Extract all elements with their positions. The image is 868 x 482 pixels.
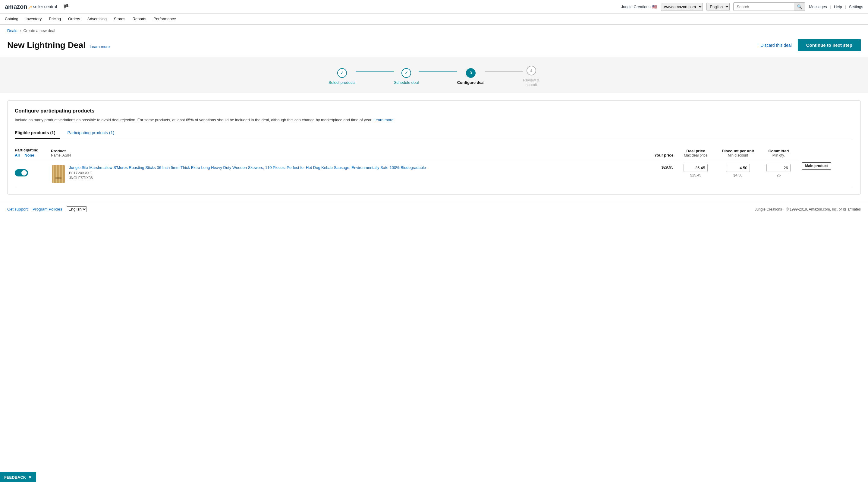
- table-row: Jungle Stix Marshmallow S'Mores Roasting…: [15, 160, 853, 187]
- main-content: Configure participating products Include…: [0, 93, 868, 202]
- nav-pricing[interactable]: Pricing: [49, 17, 61, 21]
- td-your-price: $29.95: [646, 160, 676, 187]
- th-your-price: Your price: [646, 145, 676, 160]
- svg-rect-0: [52, 165, 65, 183]
- nav-advertising[interactable]: Advertising: [87, 17, 107, 21]
- step-2-label: Schedule deal: [394, 80, 418, 85]
- th-participating-label: Participating: [15, 148, 49, 152]
- table-header-row: Participating All None Product Name, ASI…: [15, 145, 853, 160]
- header-search-bar[interactable]: 🔍: [733, 2, 805, 11]
- breadcrumb-current: Create a new deal: [24, 28, 56, 33]
- your-price-value: $29.95: [661, 165, 674, 170]
- logo-amazon: amazon: [5, 3, 27, 10]
- step-3-circle: 3: [466, 68, 475, 78]
- stepper-container: ✓ Select products ✓ Schedule deal 3 Conf…: [0, 57, 868, 93]
- messages-link[interactable]: Messages: [809, 4, 827, 9]
- td-deal-price: $25.45: [676, 160, 718, 187]
- step-4: 4 Review &submit: [523, 66, 539, 87]
- td-badge: Main product: [799, 160, 853, 187]
- page-title-section: New Lightning Deal Learn more: [7, 40, 110, 50]
- th-deal-price: Deal price Max deal price: [676, 145, 718, 160]
- page-learn-more[interactable]: Learn more: [90, 44, 110, 49]
- search-input[interactable]: [734, 3, 794, 10]
- committed-input[interactable]: [767, 164, 790, 172]
- footer-language-selector[interactable]: English: [67, 206, 87, 212]
- th-participating: Participating All None: [15, 145, 51, 160]
- connector-3-4: [485, 72, 523, 72]
- logo-seller-central: seller central: [33, 4, 57, 9]
- settings-link[interactable]: Settings: [849, 4, 863, 9]
- committed-min: 26: [760, 173, 797, 177]
- language-select[interactable]: English: [707, 3, 730, 11]
- discount-input[interactable]: [726, 164, 750, 172]
- step-4-circle: 4: [527, 66, 536, 76]
- step-1-circle: ✓: [337, 68, 347, 78]
- tab-eligible[interactable]: Eligible products (1): [15, 128, 60, 139]
- header: amazon ↗ seller central 🏴 Jungle Creatio…: [0, 0, 868, 13]
- select-none-link[interactable]: None: [24, 153, 34, 158]
- breadcrumb: Deals › Create a new deal: [0, 25, 868, 36]
- continue-button[interactable]: Continue to next step: [798, 39, 861, 51]
- footer-right: Jungle Creations © 1999-2019, Amazon.com…: [755, 207, 861, 211]
- td-committed: 26: [760, 160, 799, 187]
- step-4-label: Review &submit: [523, 78, 539, 87]
- nav-reports[interactable]: Reports: [133, 17, 147, 21]
- product-image: [51, 165, 66, 183]
- main-product-badge: Main product: [802, 162, 831, 170]
- breadcrumb-separator: ›: [20, 28, 21, 33]
- page-header: New Lightning Deal Learn more Discard th…: [0, 36, 868, 57]
- th-product: Product Name, ASIN: [51, 145, 646, 160]
- td-discount: $4.50: [718, 160, 760, 187]
- step-1: ✓ Select products: [329, 68, 355, 85]
- th-discount: Discount per unit Min discount: [718, 145, 760, 160]
- tabs: Eligible products (1) Participating prod…: [15, 128, 853, 139]
- th-product-sub: Name, ASIN: [51, 153, 643, 158]
- header-language[interactable]: English: [707, 3, 730, 11]
- amazon-logo: amazon ↗ seller central: [5, 3, 57, 10]
- nav-performance[interactable]: Performance: [153, 17, 176, 21]
- logo-arrow-icon: ↗: [28, 4, 32, 10]
- discount-min: $4.50: [718, 173, 758, 177]
- product-name-link[interactable]: Jungle Stix Marshmallow S'Mores Roasting…: [69, 165, 426, 170]
- svg-rect-9: [56, 177, 61, 179]
- flag-icon: 🏴: [63, 4, 69, 10]
- td-product: Jungle Stix Marshmallow S'Mores Roasting…: [51, 160, 646, 187]
- nav-inventory[interactable]: Inventory: [26, 17, 41, 21]
- deal-price-input[interactable]: [684, 164, 708, 172]
- product-image-svg: [52, 165, 65, 183]
- discard-button[interactable]: Discard this deal: [761, 43, 792, 48]
- stepper: ✓ Select products ✓ Schedule deal 3 Conf…: [329, 66, 539, 87]
- step-1-label: Select products: [329, 80, 355, 85]
- all-none: All None: [15, 153, 49, 158]
- footer-language-select[interactable]: English: [67, 206, 87, 212]
- step-2: ✓ Schedule deal: [394, 68, 418, 85]
- header-marketplace[interactable]: www.amazon.com: [661, 3, 703, 11]
- step-3-label: Configure deal: [457, 80, 485, 85]
- breadcrumb-deals[interactable]: Deals: [7, 28, 17, 33]
- search-button[interactable]: 🔍: [794, 3, 805, 10]
- footer-get-support[interactable]: Get support: [7, 207, 28, 211]
- header-store: Jungle Creations 🇺🇸: [621, 4, 657, 9]
- nav-catalog[interactable]: Catalog: [5, 17, 19, 21]
- th-committed: Committed Min qty.: [760, 145, 799, 160]
- select-all-link[interactable]: All: [15, 153, 20, 158]
- tab-participating[interactable]: Participating products (1): [67, 128, 119, 139]
- nav-stores[interactable]: Stores: [114, 17, 125, 21]
- configure-title: Configure participating products: [15, 108, 853, 114]
- nav-orders[interactable]: Orders: [68, 17, 80, 21]
- us-flag-icon: 🇺🇸: [652, 4, 657, 9]
- header-links: Messages | Help | Settings: [809, 4, 863, 9]
- page-actions: Discard this deal Continue to next step: [761, 39, 861, 51]
- participating-toggle[interactable]: [15, 169, 28, 176]
- configure-card: Configure participating products Include…: [7, 101, 861, 195]
- deal-price-max: $25.45: [676, 173, 715, 177]
- footer-store-name: Jungle Creations: [755, 207, 782, 211]
- footer-copyright: © 1999-2019, Amazon.com, Inc. or its aff…: [786, 207, 861, 211]
- footer-program-policies[interactable]: Program Policies: [33, 207, 62, 211]
- help-link[interactable]: Help: [834, 4, 842, 9]
- marketplace-select[interactable]: www.amazon.com: [661, 3, 703, 11]
- products-table: Participating All None Product Name, ASI…: [15, 145, 853, 187]
- step-3: 3 Configure deal: [457, 68, 485, 85]
- connector-1-2: [355, 72, 394, 72]
- configure-learn-more[interactable]: Learn more: [373, 118, 393, 122]
